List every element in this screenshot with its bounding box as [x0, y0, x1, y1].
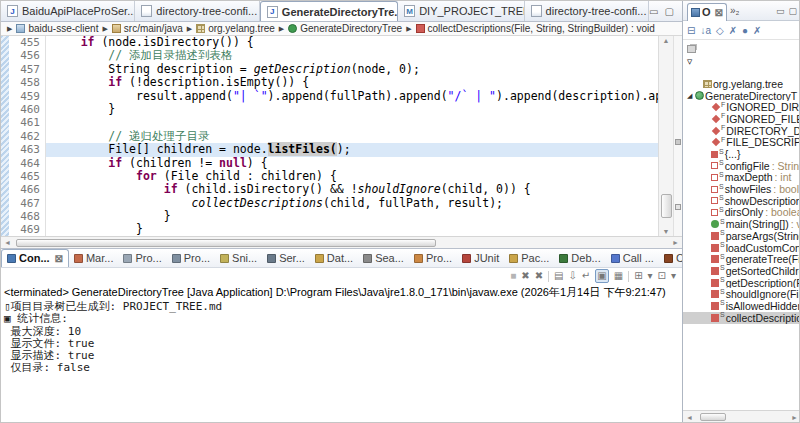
- maximize-icon[interactable]: ▢: [665, 6, 674, 17]
- word-wrap-icon[interactable]: ↵: [582, 270, 590, 282]
- minimize-icon[interactable]: ▭: [649, 6, 658, 17]
- scroll-up-icon[interactable]: ▲: [659, 37, 673, 44]
- editor-hscroll-thumb[interactable]: [16, 239, 436, 247]
- outline-item[interactable]: SdirsOnly: boolea: [683, 207, 800, 219]
- line-number[interactable]: 455: [9, 36, 40, 49]
- line-number[interactable]: 467: [9, 197, 40, 210]
- outline-item[interactable]: SshowFiles: boole: [683, 183, 800, 195]
- outline-hscroll-thumb[interactable]: [700, 413, 726, 421]
- hide-fields-icon[interactable]: ◇: [716, 25, 724, 36]
- console-panel-tab[interactable]: JUnit: [457, 249, 504, 268]
- console-panel-tab[interactable]: Cov...: [659, 249, 682, 268]
- line-number[interactable]: 457: [9, 63, 40, 76]
- outline-item[interactable]: FDIRECTORY_DES: [683, 125, 800, 137]
- line-number-ruler[interactable]: 4554564574584594604614624634644654664674…: [9, 36, 46, 236]
- editor-tab[interactable]: directory-tree-confi...: [135, 1, 259, 21]
- line-number[interactable]: 464: [9, 157, 40, 170]
- outline-item[interactable]: ScollectDescriptio: [683, 312, 800, 324]
- code-line[interactable]: }: [46, 210, 658, 223]
- breadcrumb-item-project[interactable]: baidu-sse-client: [14, 23, 100, 34]
- code-line[interactable]: if (!description.isEmpty()) {: [46, 76, 658, 89]
- line-number[interactable]: 456: [9, 49, 40, 62]
- minimize-icon[interactable]: ▭: [776, 6, 785, 16]
- console-panel-tab[interactable]: Call ...: [606, 249, 659, 268]
- code-line[interactable]: collectDescriptions(child, fullPath, res…: [46, 197, 658, 210]
- scroll-left-icon[interactable]: ◄: [683, 414, 696, 421]
- console-panel-tab[interactable]: Sni...: [215, 249, 262, 268]
- line-number[interactable]: 465: [9, 170, 40, 183]
- console-panel-tab[interactable]: Pro...: [409, 249, 457, 268]
- editor-tab[interactable]: JGenerateDirectoryTre...⊠: [260, 1, 398, 21]
- tab-outline[interactable]: O ⊠: [687, 3, 727, 21]
- line-number[interactable]: 469: [9, 223, 40, 236]
- occurrence-marker[interactable]: [675, 139, 681, 145]
- outline-item[interactable]: SgetSortedChildre: [683, 265, 800, 277]
- console-panel-tab[interactable]: Dat...: [310, 249, 358, 268]
- outline-item[interactable]: SparseArgs(String: [683, 230, 800, 242]
- code-line[interactable]: if (children != null) {: [46, 157, 658, 170]
- editor-tab[interactable]: MDIY_PROJECT_TREE.md: [398, 1, 524, 21]
- editor-horizontal-scrollbar[interactable]: ◄ ►: [1, 236, 682, 248]
- editor-tab[interactable]: JBaiduApiPlaceProSer...: [1, 1, 135, 21]
- code-line[interactable]: if (child.isDirectory() && !shouldIgnore…: [46, 183, 658, 196]
- outline-item[interactable]: SconfigFile: String: [683, 160, 800, 172]
- editor-vscroll-thumb[interactable]: [661, 194, 672, 218]
- console-panel-tab[interactable]: Pro...: [167, 249, 215, 268]
- code-text-area[interactable]: if (node.isDirectory()) { // 添加目录描述到表格 S…: [46, 36, 658, 236]
- code-line[interactable]: }: [46, 223, 658, 236]
- scroll-right-icon[interactable]: ►: [669, 239, 682, 246]
- scroll-right-icon[interactable]: ►: [788, 414, 800, 421]
- terminate-icon[interactable]: ■: [510, 270, 516, 282]
- collapse-all-icon[interactable]: ⊟: [687, 25, 695, 36]
- tab-close-icon[interactable]: ⊠: [55, 253, 63, 264]
- overview-ruler[interactable]: [673, 36, 682, 236]
- code-line[interactable]: [46, 116, 658, 129]
- display-selected-console-icon[interactable]: ▦: [614, 270, 623, 282]
- open-console-icon[interactable]: ⊞: [634, 270, 642, 282]
- breadcrumb-item-class[interactable]: GenerateDirectoryTree: [286, 23, 404, 34]
- new-console-view-menu-icon[interactable]: ▾: [671, 270, 676, 282]
- overview-marker[interactable]: [675, 204, 681, 210]
- outline-item[interactable]: FFILE_DESCRIPTIO: [683, 137, 800, 149]
- outline-item[interactable]: FIGNORED_DIRS:: [683, 101, 800, 113]
- remove-launch-icon[interactable]: ✖: [521, 270, 529, 282]
- code-line[interactable]: // 递归处理子目录: [46, 130, 658, 143]
- expand-arrow-icon[interactable]: ◢: [687, 92, 695, 100]
- console-panel-tab[interactable]: Pac...: [504, 249, 554, 268]
- clear-console-icon[interactable]: ▤: [554, 270, 563, 282]
- code-line[interactable]: String description = getDescription(node…: [46, 63, 658, 76]
- line-number[interactable]: 462: [9, 130, 40, 143]
- outline-item[interactable]: SshowDescription: [683, 195, 800, 207]
- code-line[interactable]: }: [46, 103, 658, 116]
- console-panel-tab[interactable]: Ser...: [262, 249, 310, 268]
- hide-static-members-icon[interactable]: ✗: [729, 25, 737, 36]
- outline-item[interactable]: org.yelang.tree: [683, 78, 800, 90]
- outline-item[interactable]: ▿: [683, 55, 800, 67]
- hide-non-public-icon[interactable]: ●: [742, 25, 748, 36]
- outline-item[interactable]: [683, 66, 800, 78]
- outline-item[interactable]: S{...}: [683, 148, 800, 160]
- more-views-chevron[interactable]: »₂: [730, 5, 739, 16]
- console-panel-tab[interactable]: Mar...: [69, 249, 119, 268]
- console-panel-tab[interactable]: Con...⊠: [1, 249, 69, 268]
- outline-item[interactable]: SgenerateTree(File: [683, 253, 800, 265]
- code-line[interactable]: result.append("| `").append(fullPath).ap…: [46, 90, 658, 103]
- console-panel-tab[interactable]: Deb...: [554, 249, 605, 268]
- console-panel-tab[interactable]: Sea...: [358, 249, 409, 268]
- code-line[interactable]: if (node.isDirectory()) {: [46, 36, 658, 49]
- outline-horizontal-scrollbar[interactable]: ◄ ►: [683, 410, 800, 423]
- line-number[interactable]: 463: [9, 143, 40, 156]
- line-number[interactable]: 461: [9, 116, 40, 129]
- remove-all-launches-icon[interactable]: ✖: [535, 270, 543, 282]
- code-line[interactable]: File[] children = node.listFiles();: [46, 143, 658, 156]
- line-number[interactable]: 466: [9, 183, 40, 196]
- open-console-menu-icon[interactable]: ▾: [648, 270, 653, 282]
- outline-item[interactable]: SmaxDepth: int: [683, 172, 800, 184]
- pin-console-icon[interactable]: ▣: [595, 269, 608, 283]
- outline-item[interactable]: [683, 43, 800, 55]
- code-line[interactable]: for (File child : children) {: [46, 170, 658, 183]
- line-number[interactable]: 460: [9, 103, 40, 116]
- breadcrumb-item-package[interactable]: org.yelang.tree: [194, 23, 277, 34]
- line-number[interactable]: 459: [9, 90, 40, 103]
- sort-icon[interactable]: ↓a: [700, 25, 711, 36]
